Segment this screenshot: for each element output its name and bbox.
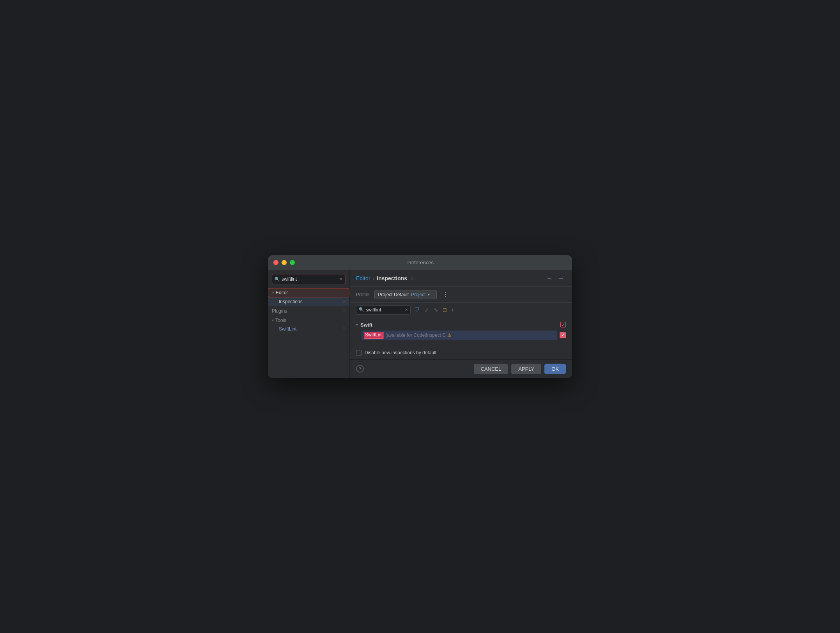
profile-dropdown-arrow-icon: ▾ xyxy=(428,292,430,297)
sidebar-group-plugins-label: Plugins xyxy=(272,308,287,314)
tools-chevron-icon: ▾ xyxy=(272,318,274,322)
sidebar-group-tools-label: Tools xyxy=(275,318,286,323)
titlebar: Preferences xyxy=(268,255,572,270)
filter-search-icon: 🔍 xyxy=(359,307,364,312)
filter-search-input[interactable] xyxy=(356,305,411,315)
swift-group-checkbox[interactable] xyxy=(560,322,566,327)
window-title: Preferences xyxy=(406,260,434,265)
sidebar-item-plugins[interactable]: Plugins ⊞ xyxy=(268,307,349,315)
breadcrumb-parent[interactable]: Editor xyxy=(356,275,370,281)
sidebar-group-editor: ▾ Editor Inspections ⊞ xyxy=(268,288,349,306)
disable-checkbox[interactable] xyxy=(356,350,362,355)
inspection-item-row: SwiftLint (available for Code|Inspect C … xyxy=(362,331,557,340)
nav-back-icon[interactable]: ← xyxy=(545,274,554,283)
breadcrumb-bar: Editor › Inspections ⊞ ← → xyxy=(350,270,572,287)
main-layout: 🔍 ✕ ▾ Editor Inspections ⊞ xyxy=(268,270,572,378)
sidebar-tree: ▾ Editor Inspections ⊞ Plugins ⊞ xyxy=(268,288,349,374)
profile-menu-icon[interactable]: ⋮ xyxy=(442,291,448,298)
plugins-save-icon: ⊞ xyxy=(342,309,346,313)
sidebar-item-inspections[interactable]: Inspections ⊞ xyxy=(268,297,349,306)
profile-value: Project Default xyxy=(378,292,409,297)
sidebar-item-inspections-label: Inspections xyxy=(279,299,303,304)
inspection-name: SwiftLint xyxy=(364,332,384,339)
swift-chevron-icon: ▾ xyxy=(356,323,358,327)
inspection-checkbox[interactable] xyxy=(560,332,566,338)
filter-expand-icon[interactable]: ⤢ xyxy=(423,306,430,314)
profile-sub-label: Project xyxy=(411,292,425,297)
filter-funnel-icon[interactable]: ⛉ xyxy=(413,306,421,314)
swiftlint-inspection-item[interactable]: SwiftLint (available for Code|Inspect C … xyxy=(356,329,566,341)
sidebar-swiftlint-icon: ⊞ xyxy=(342,327,346,331)
nav-forward-icon[interactable]: → xyxy=(556,274,566,283)
disable-label: Disable new inspections by default xyxy=(365,350,436,355)
swift-group-name: Swift xyxy=(360,322,372,328)
chevron-down-icon: ▾ xyxy=(272,290,274,295)
profile-dropdown[interactable]: Project Default Project ▾ xyxy=(374,290,437,299)
sidebar-group-tools: ▾ Tools SwiftLint ⊞ xyxy=(268,316,349,333)
preferences-window: Preferences 🔍 ✕ ▾ Editor Inspectio xyxy=(268,255,572,378)
ok-button[interactable]: OK xyxy=(544,364,566,374)
filter-collapse-icon[interactable]: ⤡ xyxy=(432,306,439,314)
apply-button[interactable]: APPLY xyxy=(511,364,541,374)
filter-remove-icon[interactable]: − xyxy=(458,306,463,314)
sidebar-search-container: 🔍 ✕ xyxy=(272,274,346,284)
inspection-warning-icon: ⚠ xyxy=(447,332,452,338)
profile-bar: Profile: Project Default Project ▾ ⋮ xyxy=(350,287,572,303)
filter-scope-icon[interactable]: □ xyxy=(442,306,447,314)
footer-left: ? xyxy=(356,365,364,373)
breadcrumb-save-icon: ⊞ xyxy=(411,276,415,281)
sidebar-search-input[interactable] xyxy=(272,274,346,284)
bottom-bar: Disable new inspections by default xyxy=(350,346,572,359)
sidebar-group-editor-label: Editor xyxy=(276,290,288,295)
filter-clear-icon[interactable]: ✕ xyxy=(405,308,408,312)
minimize-button[interactable] xyxy=(282,260,287,265)
footer-buttons: CANCEL APPLY OK xyxy=(474,364,566,374)
filter-add-icon[interactable]: + xyxy=(450,306,455,314)
help-icon: ? xyxy=(359,366,362,371)
sidebar-item-swiftlint-label: SwiftLint xyxy=(279,326,296,332)
breadcrumb: Editor › Inspections ⊞ xyxy=(356,275,415,281)
sidebar-item-swiftlint[interactable]: SwiftLint ⊞ xyxy=(268,325,349,333)
breadcrumb-current: Inspections xyxy=(377,275,407,281)
swift-group: ▾ Swift SwiftLint (available for Code|In… xyxy=(356,320,566,341)
footer: ? CANCEL APPLY OK xyxy=(350,359,572,378)
sidebar-item-inspections-icon: ⊞ xyxy=(342,299,346,304)
sidebar-search-clear-icon[interactable]: ✕ xyxy=(339,276,343,281)
help-button[interactable]: ? xyxy=(356,365,364,373)
cancel-button[interactable]: CANCEL xyxy=(474,364,509,374)
nav-arrows: ← → xyxy=(545,274,566,283)
profile-label: Profile: xyxy=(356,292,370,297)
sidebar-item-editor[interactable]: ▾ Editor xyxy=(268,288,349,297)
breadcrumb-separator: › xyxy=(373,275,375,281)
maximize-button[interactable] xyxy=(290,260,295,265)
inspection-list: ▾ Swift SwiftLint (available for Code|In… xyxy=(350,317,572,346)
inspection-description: (available for Code|Inspect C xyxy=(385,332,446,338)
content-area: Editor › Inspections ⊞ ← → Profile: Proj… xyxy=(350,270,572,378)
search-icon: 🔍 xyxy=(275,276,280,281)
close-button[interactable] xyxy=(273,260,278,265)
filter-search-container: 🔍 ✕ xyxy=(356,305,411,315)
window-controls xyxy=(273,260,295,265)
swift-group-header[interactable]: ▾ Swift xyxy=(356,320,566,329)
filter-bar: 🔍 ✕ ⛉ ⤢ ⤡ □ + − xyxy=(350,303,572,317)
sidebar: 🔍 ✕ ▾ Editor Inspections ⊞ xyxy=(268,270,350,378)
sidebar-item-tools[interactable]: ▾ Tools xyxy=(268,316,349,325)
sidebar-group-plugins: Plugins ⊞ xyxy=(268,307,349,315)
